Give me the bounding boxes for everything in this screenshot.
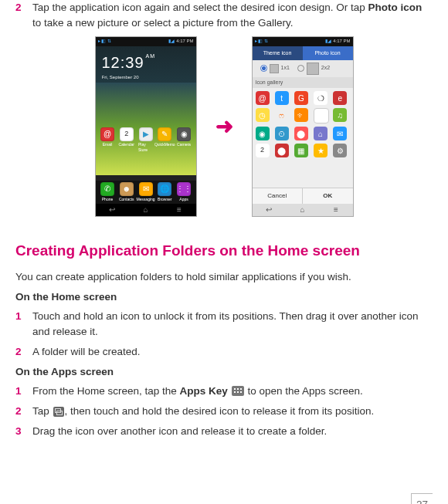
on-apps-screen-head: On the Apps screen xyxy=(15,364,433,380)
nav-recent-icon: ≡ xyxy=(319,204,352,216)
apps-key-icon xyxy=(232,386,244,396)
dock-messaging: ✉Messaging xyxy=(138,182,153,203)
tab-bar: Theme icon Photo icon xyxy=(253,46,353,60)
clock-time: 12:39 xyxy=(102,51,144,74)
section-heading: Creating Application Folders on the Home… xyxy=(15,240,433,262)
status-bar: ▸ ◧ ⇅ ▮◢ 4:17 PM xyxy=(253,37,353,46)
step-number: 2 xyxy=(15,344,32,360)
nav-back-icon: ↩ xyxy=(96,204,129,216)
nav-home-icon: ⌂ xyxy=(286,204,319,216)
tab-theme-icon: Theme icon xyxy=(253,46,303,60)
status-bar: ▸ ◧ ⇅ ▮◢ 4:17 PM xyxy=(96,37,196,46)
wallpaper: @Email 2Calendar ▶Play Store ✎QuickMemo … xyxy=(96,83,196,175)
nav-home-icon: ⌂ xyxy=(129,204,162,216)
step-number: 2 xyxy=(15,404,32,419)
arrow-icon: ➜ xyxy=(216,110,233,143)
step-text: Touch and hold an icon to unlock it from… xyxy=(32,309,433,340)
step-text: Tap the application icon again and selec… xyxy=(32,0,433,32)
status-icons: ▸ ◧ ⇅ xyxy=(98,38,111,45)
app-email: @Email xyxy=(100,127,115,154)
step-number: 2 xyxy=(15,0,32,15)
step-number: 1 xyxy=(15,384,32,399)
step-number: 3 xyxy=(15,424,32,439)
icon-gallery-label: Icon gallery xyxy=(253,77,353,89)
cancel-button: Cancel xyxy=(253,188,304,204)
dock-phone: ✆Phone xyxy=(100,182,115,203)
photo-icon-bold: Photo icon xyxy=(368,2,423,13)
on-home-screen-head: On the Home screen xyxy=(15,289,433,305)
status-time: ▮◢ 4:17 PM xyxy=(168,38,193,45)
app-quickmemo: ✎QuickMemo xyxy=(158,127,172,154)
icon-grid: @ t G ❍ e ◷ ෆ ᯤ ♫ ◉ ⏲ ⬤ ⌂ ✉ 2 ⬤ ▦ ★ ⚙ xyxy=(253,88,353,161)
layout-2x2: 2x2 xyxy=(297,63,330,75)
text-a: Tap the application icon again and selec… xyxy=(32,2,368,13)
clock-widget: 12:39AM Fri, September 20 xyxy=(96,46,196,83)
figure-row: ▸ ◧ ⇅ ▮◢ 4:17 PM 12:39AM Fri, September … xyxy=(15,36,433,217)
nav-bar: ↩⌂≡ xyxy=(96,204,196,216)
tab-key-icon xyxy=(53,407,64,417)
step-text: From the Home screen, tap the Apps Key t… xyxy=(32,384,433,399)
app-playstore: ▶Play Store xyxy=(138,127,153,154)
step-text: A folder will be created. xyxy=(32,344,433,360)
nav-recent-icon: ≡ xyxy=(162,204,195,216)
dock-apps: ⋮⋮Apps xyxy=(177,182,192,203)
clock-date: Fri, September 20 xyxy=(102,74,190,81)
page-number: 27 xyxy=(411,493,433,504)
tab-photo-icon: Photo icon xyxy=(303,46,353,60)
text-b: to take a new picture or select a pictur… xyxy=(32,17,293,29)
layout-row: 1x1 2x2 xyxy=(253,60,353,77)
app-calendar: 2Calendar xyxy=(119,127,134,154)
dock: ✆Phone ☻Contacts ✉Messaging 🌐Browser ⋮⋮A… xyxy=(96,181,196,205)
phone-home-screenshot: ▸ ◧ ⇅ ▮◢ 4:17 PM 12:39AM Fri, September … xyxy=(95,36,197,217)
dock-browser: 🌐Browser xyxy=(158,182,172,203)
clock-ampm: AM xyxy=(146,52,156,61)
status-time: ▮◢ 4:17 PM xyxy=(325,38,350,45)
ok-button: OK xyxy=(303,188,353,204)
app-row-mid: @Email 2Calendar ▶Play Store ✎QuickMemo … xyxy=(96,127,196,154)
dock-contacts: ☻Contacts xyxy=(119,182,134,203)
step-text: Tap , then touch and hold the desired ic… xyxy=(32,404,433,419)
intro-text: You can create application folders to ho… xyxy=(15,269,433,285)
layout-1x1: 1x1 xyxy=(260,64,290,73)
step-number: 1 xyxy=(15,309,32,324)
nav-back-icon: ↩ xyxy=(253,204,286,216)
app-camera: ◉Camera xyxy=(177,127,192,154)
nav-bar: ↩⌂≡ xyxy=(253,204,353,216)
step-text: Drag the icon over another icon and rele… xyxy=(32,424,433,439)
button-row: Cancel OK xyxy=(253,188,353,204)
phone-icon-picker-screenshot: ▸ ◧ ⇅ ▮◢ 4:17 PM Theme icon Photo icon 1… xyxy=(252,36,354,217)
status-icons: ▸ ◧ ⇅ xyxy=(255,38,268,45)
